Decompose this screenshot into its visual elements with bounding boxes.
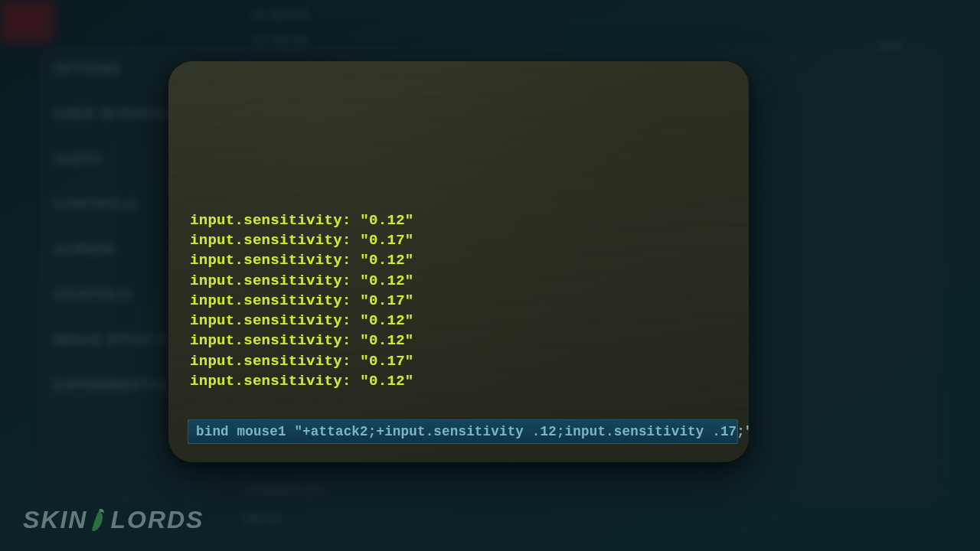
console-line: input.sensitivity: "0.17" bbox=[190, 351, 727, 371]
skinlords-watermark: SKIN LORDS bbox=[23, 506, 204, 534]
bg-header-item: UI SETS bbox=[253, 8, 309, 23]
console-line: input.sensitivity: "0.17" bbox=[190, 291, 727, 311]
watermark-right: LORDS bbox=[110, 506, 204, 534]
background-header: UI SETS UI SETS bbox=[253, 8, 309, 49]
console-output: input.sensitivity: "0.12" input.sensitiv… bbox=[190, 210, 727, 391]
watermark-left: SKIN bbox=[23, 506, 87, 534]
console-line: input.sensitivity: "0.17" bbox=[190, 230, 727, 250]
chili-icon bbox=[89, 507, 109, 533]
bg-footer-item: PETS bbox=[245, 513, 324, 528]
console-line: input.sensitivity: "0.12" bbox=[190, 371, 727, 391]
console-line: input.sensitivity: "0.12" bbox=[190, 210, 727, 230]
console-line: input.sensitivity: "0.12" bbox=[190, 271, 727, 291]
developer-console: input.sensitivity: "0.12" input.sensitiv… bbox=[168, 61, 749, 462]
console-line: input.sensitivity: "0.12" bbox=[190, 250, 727, 270]
console-input-text: bind mouse1 "+attack2;+input.sensitivity… bbox=[196, 424, 749, 439]
console-input[interactable]: bind mouse1 "+attack2;+input.sensitivity… bbox=[188, 419, 738, 444]
console-line: input.sensitivity: "0.12" bbox=[190, 331, 727, 350]
background-footer: CONSOLES PETS bbox=[245, 482, 324, 528]
console-line: input.sensitivity: "0.12" bbox=[190, 311, 727, 331]
bg-footer-item: CONSOLES bbox=[245, 482, 324, 497]
bg-header-item: UI SETS bbox=[253, 34, 309, 49]
background-save-badge: SAVE bbox=[876, 40, 903, 52]
background-accent bbox=[0, 0, 54, 42]
